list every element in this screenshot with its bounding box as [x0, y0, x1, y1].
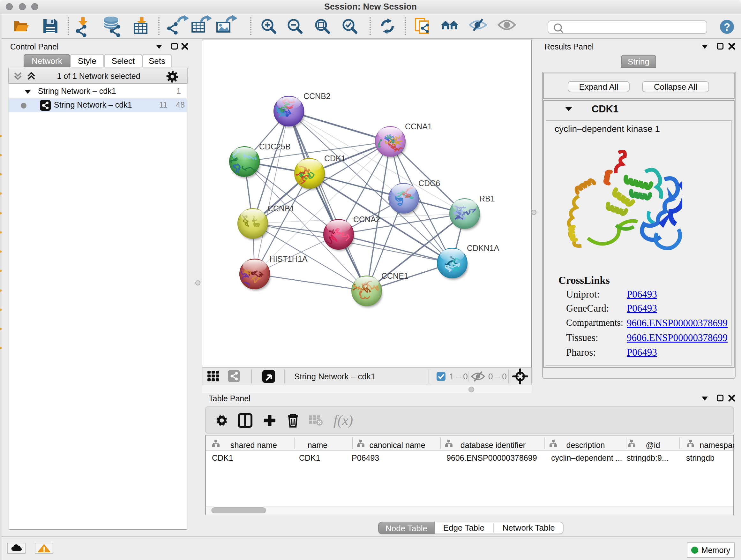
svg-text:cyclin–dependent ...: cyclin–dependent ... [551, 453, 622, 462]
svg-text:CDC6: CDC6 [418, 179, 440, 188]
svg-text:stringdb: stringdb [686, 453, 715, 462]
svg-text:CDC25B: CDC25B [259, 142, 291, 151]
svg-text:description: description [566, 441, 605, 449]
svg-text:namespac: namespac [699, 441, 734, 449]
svg-text:CDK1: CDK1 [212, 453, 233, 462]
svg-text:?: ? [724, 21, 730, 33]
svg-text:0 – 0: 0 – 0 [488, 372, 507, 381]
svg-text:CCNB1: CCNB1 [267, 204, 294, 213]
svg-text:RB1: RB1 [479, 194, 495, 203]
svg-text:CCNA2: CCNA2 [353, 215, 381, 224]
svg-text:CCNA1: CCNA1 [405, 122, 432, 131]
svg-text:canonical name: canonical name [369, 441, 425, 449]
svg-text:CDK1: CDK1 [299, 453, 320, 462]
svg-text:stringdb:9...: stringdb:9... [627, 453, 669, 462]
svg-text:HIST1H1A: HIST1H1A [269, 254, 308, 263]
svg-text:f(x): f(x) [333, 413, 353, 428]
svg-text:shared name: shared name [230, 441, 277, 449]
svg-text:1 – 0: 1 – 0 [449, 372, 468, 381]
svg-text:database identifier: database identifier [461, 441, 526, 449]
svg-text:name: name [308, 441, 328, 449]
svg-text:CCNB2: CCNB2 [304, 91, 331, 101]
svg-text:9606.ENSP00000378699: 9606.ENSP00000378699 [447, 453, 537, 462]
svg-text:CCNE1: CCNE1 [381, 271, 408, 280]
svg-text:CDKN1A: CDKN1A [467, 244, 499, 253]
svg-text:@id: @id [646, 441, 660, 449]
svg-text:CDK1: CDK1 [324, 154, 346, 163]
svg-text:String Network – cdk1: String Network – cdk1 [294, 372, 375, 381]
svg-text:P06493: P06493 [352, 453, 379, 462]
